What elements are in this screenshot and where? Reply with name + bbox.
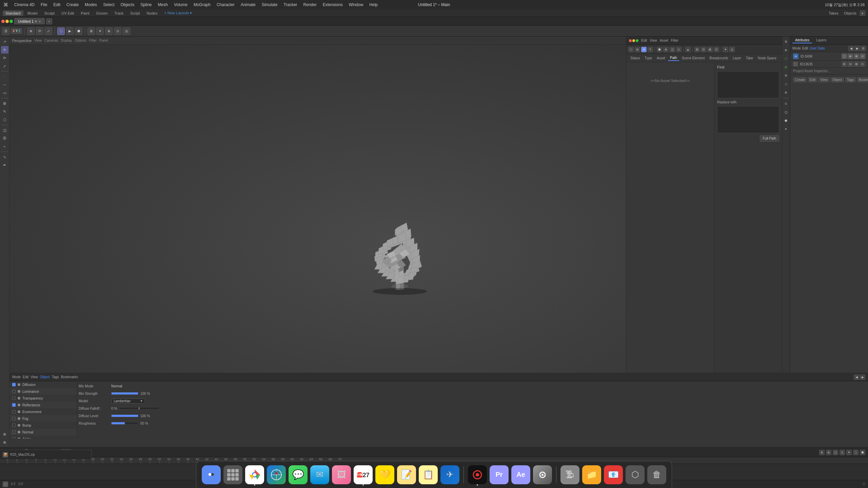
tl-btn6[interactable]: ⬡ — [853, 450, 859, 455]
right-icon-6[interactable]: ◇ — [782, 80, 790, 88]
ai-close[interactable] — [629, 39, 632, 42]
ai-tab-layer[interactable]: Layer — [731, 56, 743, 61]
dock-calendar[interactable]: 10월 27 — [354, 465, 373, 484]
full-path-btn[interactable]: Full Path — [760, 135, 779, 142]
asset-inspector-view[interactable]: View — [650, 39, 657, 42]
right-icon-1[interactable]: ⚙ — [782, 38, 790, 45]
ai-tab-scene[interactable]: Scene Element — [680, 56, 707, 61]
model-dropdown[interactable]: Lambertian ▼ — [111, 399, 145, 404]
tool-misc1[interactable]: ⊕ — [1, 430, 8, 438]
prop-object-tab[interactable]: Object — [40, 375, 50, 379]
rotate-btn[interactable]: ⟳ — [36, 27, 43, 35]
dock-mumumu[interactable]: 📧 — [604, 465, 623, 484]
dock-trash[interactable]: 🗑 — [647, 465, 666, 484]
viewport-perspective-label[interactable]: Perspective — [12, 39, 32, 43]
tool-spline[interactable]: ∿ — [1, 153, 8, 161]
menu-spline[interactable]: Spline — [140, 2, 152, 7]
attr-settings[interactable]: ⚙ — [861, 46, 866, 51]
menu-extensions[interactable]: Extensions — [323, 2, 343, 7]
ai-tab-type[interactable]: Type — [643, 56, 654, 61]
render-btn[interactable]: ⬢ — [75, 27, 82, 35]
prop-bookmarks[interactable]: Bookmarks — [61, 375, 78, 379]
tool-move[interactable]: ✛ — [1, 46, 8, 54]
tool-polygon[interactable]: ▭ — [1, 89, 8, 97]
menu-cinema4d[interactable]: Cinema 4D — [14, 2, 35, 7]
viewport-cameras-menu[interactable]: Cameras — [44, 39, 58, 42]
tl-btn3[interactable]: ◫ — [833, 450, 838, 455]
prop-mode[interactable]: Mode — [12, 375, 21, 379]
obj-object-btn[interactable]: Object — [831, 77, 844, 82]
attr-nav-next[interactable]: ▶ — [854, 46, 860, 51]
tool-pen[interactable]: ✒ — [1, 161, 8, 169]
mix-strength-bar[interactable] — [111, 392, 138, 395]
menu-help[interactable]: Help — [369, 2, 378, 7]
toolbar-mode-btn[interactable]: ☰ — [2, 27, 9, 35]
dock-launchpad[interactable] — [223, 465, 242, 484]
prop-view[interactable]: View — [31, 375, 38, 379]
layout-new[interactable]: + New Layouts ▾ — [161, 10, 195, 16]
attr-id2-btn2[interactable]: ⊟ — [848, 61, 853, 67]
scale-btn[interactable]: ⤢ — [45, 27, 52, 35]
obj-create-btn[interactable]: Create — [793, 77, 807, 82]
prop-nav-prev[interactable]: ◀ — [854, 374, 859, 380]
ai-btn11[interactable]: ⊠ — [707, 47, 713, 52]
obj-tags-btn[interactable]: Tags — [845, 77, 856, 82]
light-btn[interactable]: ◎ — [123, 27, 130, 35]
dock-finder[interactable] — [202, 465, 221, 484]
tl-btn7[interactable]: ⬢ — [860, 450, 865, 455]
ai-tab-breadcrumb[interactable]: Breadcrumb — [707, 56, 730, 61]
tool-magnet[interactable]: ⦿ — [1, 135, 8, 142]
obj-bookmarks-btn[interactable]: Bookmarks — [857, 77, 868, 82]
ch-luminance-check[interactable] — [12, 390, 16, 393]
menu-mesh[interactable]: Mesh — [158, 2, 168, 7]
dock-testflight[interactable]: ✈ — [440, 465, 459, 484]
menu-file[interactable]: File — [41, 2, 47, 7]
tool-misc2[interactable]: ⊗ — [1, 439, 8, 446]
right-icon-8[interactable]: ⊙ — [782, 100, 790, 107]
attr-id2-btn4[interactable]: ⊡ — [860, 61, 865, 67]
attr-tab-layers[interactable]: Layers — [813, 38, 829, 43]
layout-standard[interactable]: Standard — [3, 11, 23, 16]
right-icon-3[interactable]: ⬡ — [782, 55, 790, 62]
ai-minimize[interactable] — [632, 39, 635, 42]
layout-groom[interactable]: Groom — [94, 11, 111, 16]
tl-btn5[interactable]: ✦ — [846, 450, 852, 455]
ai-btn7[interactable]: ⊙ — [676, 47, 682, 52]
select-tool[interactable]: ⬡ — [57, 27, 65, 35]
asset-inspector-filter[interactable]: Filter — [671, 39, 678, 42]
layout-script[interactable]: Script — [127, 11, 142, 16]
ai-btn5[interactable]: ⊗ — [663, 47, 669, 52]
tool-create[interactable]: ⊞ — [1, 100, 8, 107]
ch-reflectance-check[interactable] — [12, 403, 16, 407]
ai-btn13[interactable]: ✦ — [723, 47, 728, 52]
menu-character[interactable]: Character — [217, 2, 235, 7]
diffuse-falloff-bar[interactable] — [119, 407, 160, 410]
menu-render[interactable]: Render — [303, 2, 317, 7]
channel-transparency[interactable]: Transparency — [9, 395, 77, 402]
attr-icon4[interactable]: ⊙ — [860, 54, 865, 59]
menu-select[interactable]: Select — [103, 2, 114, 7]
ai-maximize[interactable] — [636, 39, 638, 42]
tool-edge[interactable]: ─ — [1, 81, 8, 88]
dock-files[interactable]: 📁 — [582, 465, 601, 484]
channel-environment[interactable]: Environment — [9, 408, 77, 415]
objects-label[interactable]: Objects — [842, 11, 859, 16]
find-input-area[interactable] — [717, 71, 779, 98]
dock-chrome[interactable] — [245, 465, 264, 484]
menu-objects[interactable]: Objects — [120, 2, 134, 7]
layout-model[interactable]: Model — [25, 11, 40, 16]
dock-mail[interactable]: ✉ — [310, 465, 329, 484]
ai-btn2[interactable]: ⊕ — [635, 47, 640, 52]
obj-edit-btn[interactable]: Edit — [808, 77, 817, 82]
right-icon-4[interactable]: ⊞ — [782, 63, 790, 71]
ch-bump-check[interactable] — [12, 424, 16, 427]
ch-normal-check[interactable] — [12, 430, 16, 434]
ai-tab-asset[interactable]: Asset — [655, 56, 667, 61]
roughness-bar[interactable] — [111, 422, 138, 425]
ai-btn4[interactable]: ⬢ — [657, 47, 662, 52]
replace-input-area[interactable] — [717, 106, 779, 133]
tool-knife[interactable]: ⌁ — [1, 143, 8, 150]
ch-fog-check[interactable] — [12, 417, 16, 420]
right-icon-11[interactable]: ✦ — [782, 125, 790, 133]
window-close[interactable] — [1, 20, 5, 23]
